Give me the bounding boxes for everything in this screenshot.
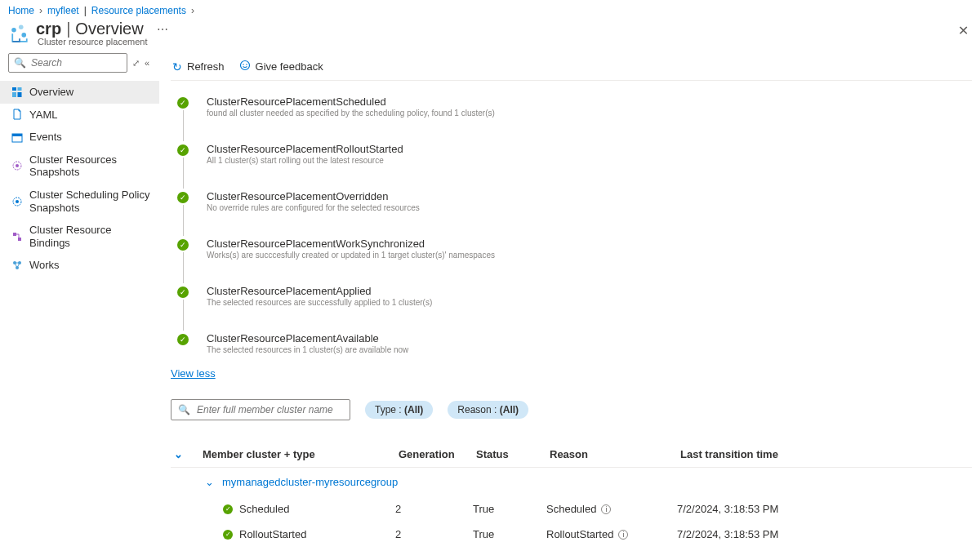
- success-icon: ✓: [177, 287, 189, 298]
- expand-all-toggle[interactable]: ⌄: [174, 448, 203, 460]
- nav-yaml[interactable]: YAML: [0, 104, 159, 127]
- info-icon[interactable]: i: [618, 530, 628, 540]
- cluster-search[interactable]: 🔍: [171, 399, 350, 420]
- collapse-sidebar-button[interactable]: «: [145, 58, 149, 68]
- nav-overview[interactable]: Overview: [0, 81, 159, 104]
- resource-title: crp: [36, 20, 61, 38]
- svg-point-0: [11, 28, 16, 33]
- nav-scheduling[interactable]: Cluster Scheduling Policy Snapshots: [0, 184, 159, 219]
- type-filter-label: Type :: [375, 404, 404, 415]
- breadcrumb-sep: |: [84, 5, 87, 16]
- breadcrumb-section[interactable]: Resource placements: [91, 5, 186, 16]
- svg-rect-4: [18, 87, 22, 91]
- resource-icon: [8, 23, 31, 46]
- reason-filter-label: Reason :: [457, 404, 499, 415]
- row-type: Scheduled: [239, 503, 289, 515]
- nav-scheduling-label: Cluster Scheduling Policy Snapshots: [29, 189, 153, 214]
- breadcrumb: Home › myfleet | Resource placements ›: [0, 0, 980, 18]
- breadcrumb-fleet[interactable]: myfleet: [47, 5, 79, 16]
- search-icon: 🔍: [178, 404, 190, 415]
- row-type: RolloutStarted: [239, 528, 306, 540]
- svg-point-19: [243, 64, 244, 65]
- success-icon: ✓: [177, 334, 189, 345]
- svg-point-1: [19, 24, 24, 29]
- chevron-right-icon: ›: [191, 5, 194, 16]
- nav-works[interactable]: Works: [0, 254, 159, 277]
- bindings-icon: [11, 231, 23, 242]
- placements-table: ⌄ Member cluster + type Generation Statu…: [171, 442, 972, 542]
- cluster-link[interactable]: mymanagedcluster-myresourcegroup: [222, 476, 398, 488]
- snapshot-icon: [11, 160, 23, 171]
- info-icon[interactable]: i: [601, 504, 611, 514]
- breadcrumb-home[interactable]: Home: [8, 5, 34, 16]
- sidebar-search[interactable]: 🔍: [8, 53, 127, 73]
- col-member[interactable]: Member cluster + type: [203, 448, 399, 460]
- sidebar: 🔍 ⤢ « Overview YAML: [0, 53, 159, 542]
- svg-point-20: [246, 64, 247, 65]
- nav-events[interactable]: Events: [0, 126, 159, 149]
- timeline-item: ✓ ClusterResourcePlacementApplied The se…: [171, 285, 972, 332]
- nav-snapshots-label: Cluster Resources Snapshots: [29, 153, 153, 179]
- view-less: View less: [171, 367, 972, 380]
- nav-menu: Overview YAML Events Cluster Resources S…: [0, 81, 159, 277]
- success-icon: ✓: [177, 239, 189, 251]
- success-icon: ✓: [223, 504, 233, 514]
- timeline-desc: No override rules are configured for the…: [207, 203, 420, 212]
- row-reason: Scheduled: [546, 503, 596, 515]
- col-time[interactable]: Last transition time: [680, 448, 969, 460]
- timeline-item: ✓ ClusterResourcePlacementScheduled foun…: [171, 96, 972, 143]
- type-filter-pill[interactable]: Type : (All): [365, 401, 433, 419]
- svg-rect-5: [12, 92, 16, 97]
- success-icon: ✓: [177, 192, 189, 203]
- page-header: crp | Overview ⋯ Cluster resource placem…: [0, 18, 980, 53]
- reason-filter-pill[interactable]: Reason : (All): [448, 401, 528, 419]
- timeline-item: ✓ ClusterResourcePlacementAvailable The …: [171, 332, 972, 359]
- svg-rect-8: [12, 134, 22, 136]
- resource-subtitle: Cluster resource placement: [38, 37, 168, 47]
- feedback-button[interactable]: Give feedback: [239, 60, 323, 73]
- works-icon: [11, 260, 23, 271]
- success-icon: ✓: [177, 97, 189, 109]
- search-icon: 🔍: [14, 57, 26, 69]
- table-group-row[interactable]: ⌄ mymanagedcluster-myresourcegroup: [171, 468, 972, 496]
- search-input[interactable]: [29, 56, 122, 69]
- expand-all-button[interactable]: ⤢: [132, 58, 140, 69]
- svg-point-12: [16, 200, 19, 203]
- scheduling-icon: [11, 196, 23, 207]
- overview-icon: [11, 87, 23, 98]
- cluster-search-input[interactable]: [195, 403, 343, 416]
- col-status[interactable]: Status: [476, 448, 550, 460]
- timeline-desc: The selected resources in 1 cluster(s) a…: [207, 345, 408, 354]
- refresh-label: Refresh: [187, 60, 225, 73]
- nav-snapshots[interactable]: Cluster Resources Snapshots: [0, 149, 159, 184]
- svg-rect-6: [18, 92, 22, 97]
- refresh-button[interactable]: ↻ Refresh: [172, 60, 225, 73]
- document-icon: [11, 109, 23, 120]
- refresh-icon: ↻: [172, 60, 182, 73]
- row-status: True: [473, 503, 546, 515]
- success-icon: ✓: [223, 530, 233, 540]
- events-icon: [11, 131, 23, 143]
- timeline-title: ClusterResourcePlacementRolloutStarted: [207, 143, 403, 155]
- view-less-link[interactable]: View less: [171, 367, 216, 380]
- main-content: ↻ Refresh Give feedback ✓ ClusterResourc…: [159, 53, 980, 542]
- timeline-title: ClusterResourcePlacementApplied: [207, 285, 432, 297]
- col-generation[interactable]: Generation: [399, 448, 476, 460]
- row-time: 7/2/2024, 3:18:53 PM: [677, 503, 969, 515]
- timeline-desc: found all cluster needed as specified by…: [207, 109, 495, 118]
- feedback-label: Give feedback: [256, 60, 323, 73]
- col-reason[interactable]: Reason: [550, 448, 680, 460]
- table-row: ✓ RolloutStarted 2 True RolloutStarted i…: [171, 522, 972, 542]
- svg-point-18: [240, 61, 249, 70]
- filter-row: 🔍 Type : (All) Reason : (All): [171, 399, 972, 420]
- nav-bindings[interactable]: Cluster Resource Bindings: [0, 219, 159, 254]
- timeline-desc: Works(s) are succcesfully created or upd…: [207, 251, 495, 260]
- chevron-down-icon[interactable]: ⌄: [205, 476, 214, 488]
- timeline-item: ✓ ClusterResourcePlacementOverridden No …: [171, 190, 972, 238]
- type-filter-value: (All): [404, 404, 423, 415]
- svg-rect-13: [13, 233, 16, 236]
- close-button[interactable]: ✕: [958, 23, 969, 38]
- more-actions-button[interactable]: ⋯: [157, 23, 168, 36]
- timeline-item: ✓ ClusterResourcePlacementRolloutStarted…: [171, 143, 972, 190]
- nav-bindings-label: Cluster Resource Bindings: [29, 224, 153, 249]
